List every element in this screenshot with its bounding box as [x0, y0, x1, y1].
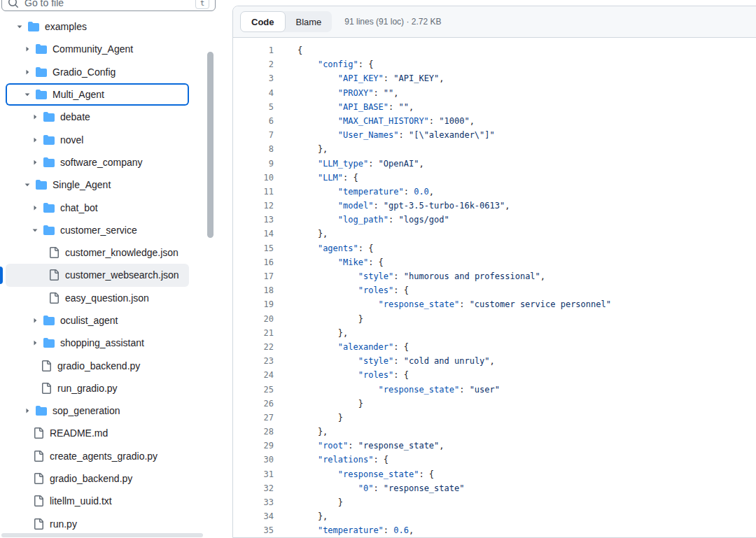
line-number[interactable]: 22 [233, 340, 281, 354]
line-number[interactable]: 12 [233, 199, 281, 213]
chevron-down-icon[interactable] [22, 89, 33, 100]
chevron-right-icon[interactable] [29, 315, 41, 326]
line-number[interactable]: 19 [233, 297, 281, 311]
tree-item-create_agents_gradio.py[interactable]: create_agents_gradio.py [6, 445, 189, 467]
tree-item-label: gradio_backend.py [50, 473, 132, 484]
line-number[interactable]: 28 [233, 425, 281, 439]
tree-item-Gradio_Config[interactable]: Gradio_Config [6, 61, 189, 83]
code-text: "relations": { [281, 453, 388, 467]
horizontal-scrollbar-thumb[interactable] [1, 533, 203, 537]
file-icon [48, 269, 59, 281]
chevron-right-icon[interactable] [29, 111, 41, 122]
line-number[interactable]: 10 [233, 171, 281, 185]
chevron-right-icon[interactable] [22, 43, 33, 55]
line-number[interactable]: 6 [233, 114, 281, 128]
line-number[interactable]: 32 [233, 481, 281, 495]
folder-icon [43, 202, 55, 213]
line-number[interactable]: 34 [233, 509, 281, 523]
chevron-right-icon[interactable] [29, 134, 41, 146]
line-number[interactable]: 26 [233, 397, 281, 411]
tree-item-label: customer_knowledge.json [65, 247, 178, 258]
tree-item-debate[interactable]: debate [6, 106, 189, 128]
line-number[interactable]: 17 [233, 269, 281, 283]
line-number[interactable]: 23 [233, 354, 281, 368]
line-number[interactable]: 3 [233, 71, 281, 85]
file-icon [33, 451, 44, 462]
tree-item-novel[interactable]: novel [6, 128, 189, 150]
line-number[interactable]: 5 [233, 100, 281, 114]
tree-item-label: chat_bot [60, 202, 98, 213]
code-panel-header: Code Blame 91 lines (91 loc) · 2.72 KB [233, 6, 756, 38]
line-number[interactable]: 21 [233, 326, 281, 340]
chevron-right-icon[interactable] [22, 66, 33, 78]
folder-icon [28, 21, 39, 32]
line-number[interactable]: 27 [233, 411, 281, 425]
tree-item-customer_knowledge.json[interactable]: customer_knowledge.json [6, 241, 189, 264]
line-number[interactable]: 4 [233, 86, 281, 100]
tree-item-label: examples [45, 21, 87, 32]
line-number[interactable]: 2 [233, 57, 281, 71]
tree-item-customer_websearch.json[interactable]: customer_websearch.json [6, 264, 189, 286]
chevron-right-icon[interactable] [22, 405, 33, 416]
code-text: "model": "gpt-3.5-turbo-16k-0613", [281, 199, 510, 213]
tree-item-chat_bot[interactable]: chat_bot [6, 196, 189, 218]
line-number[interactable]: 15 [233, 241, 281, 255]
line-number[interactable]: 33 [233, 495, 281, 509]
line-number[interactable]: 24 [233, 368, 281, 382]
chevron-down-icon[interactable] [29, 225, 41, 236]
chevron-down-icon[interactable] [14, 21, 25, 32]
line-number[interactable]: 30 [233, 453, 281, 467]
tree-item-run.py[interactable]: run.py [6, 513, 189, 535]
line-number[interactable]: 25 [233, 383, 281, 397]
tree-item-Single_Agent[interactable]: Single_Agent [6, 174, 189, 196]
code-text: "log_path": "logs/god" [281, 213, 449, 227]
line-number[interactable]: 29 [233, 439, 281, 453]
line-number[interactable]: 18 [233, 283, 281, 297]
tab-blame[interactable]: Blame [286, 11, 332, 32]
tree-item-run_gradio.py[interactable]: run_gradio.py [6, 377, 189, 399]
line-number[interactable]: 35 [233, 523, 281, 537]
tree-item-software_company[interactable]: software_company [6, 151, 189, 174]
tree-item-gradio_backend.py[interactable]: gradio_backend.py [6, 467, 189, 490]
code-line: 29 "root": "response_state", [233, 439, 756, 453]
line-number[interactable]: 31 [233, 467, 281, 481]
code-text: "LLM": { [281, 171, 358, 185]
file-tree: examplesCommunity_AgentGradio_ConfigMult… [6, 15, 189, 535]
line-number[interactable]: 8 [233, 142, 281, 156]
file-icon [33, 495, 44, 507]
chevron-right-icon[interactable] [29, 202, 41, 213]
tree-item-examples[interactable]: examples [6, 15, 189, 38]
tree-item-shopping_assistant[interactable]: shopping_assistant [6, 332, 189, 354]
folder-icon [36, 89, 47, 100]
tab-code[interactable]: Code [240, 11, 286, 32]
tree-item-customer_service[interactable]: customer_service [6, 219, 189, 241]
file-icon [41, 383, 52, 394]
tree-item-label: customer_websearch.json [65, 269, 179, 281]
code-line: 34 }, [233, 509, 756, 523]
line-number[interactable]: 11 [233, 185, 281, 199]
tree-item-Multi_Agent[interactable]: Multi_Agent [6, 83, 189, 106]
tree-item-litellm_uuid.txt[interactable]: litellm_uuid.txt [6, 490, 189, 512]
tree-item-label: Gradio_Config [52, 66, 115, 78]
tree-item-gradio_backend.py[interactable]: gradio_backend.py [6, 354, 189, 376]
tree-item-label: shopping_assistant [60, 337, 144, 348]
active-file-indicator [0, 267, 3, 284]
tree-item-README.md[interactable]: README.md [6, 422, 189, 444]
tree-item-oculist_agent[interactable]: oculist_agent [6, 309, 189, 332]
chevron-right-icon[interactable] [29, 157, 41, 168]
go-to-file-search[interactable]: Go to file t [1, 0, 216, 11]
tree-item-easy_question.json[interactable]: easy_question.json [6, 287, 189, 309]
tree-item-sop_generation[interactable]: sop_generation [6, 399, 189, 422]
chevron-right-icon[interactable] [29, 337, 41, 348]
line-number[interactable]: 1 [233, 43, 281, 57]
line-number[interactable]: 13 [233, 213, 281, 227]
chevron-down-icon[interactable] [22, 179, 33, 190]
tree-item-Community_Agent[interactable]: Community_Agent [6, 38, 189, 60]
line-number[interactable]: 7 [233, 128, 281, 142]
line-number[interactable]: 9 [233, 157, 281, 171]
line-number[interactable]: 20 [233, 312, 281, 326]
line-number[interactable]: 14 [233, 227, 281, 241]
vertical-scrollbar-thumb[interactable] [206, 50, 215, 239]
code-text: "style": "humorous and professional", [281, 269, 545, 283]
line-number[interactable]: 16 [233, 255, 281, 269]
